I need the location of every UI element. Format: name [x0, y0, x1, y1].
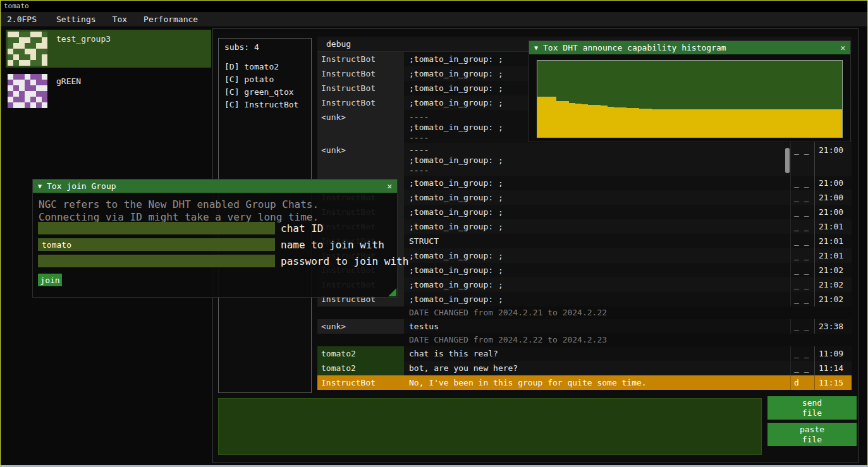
delivery-marks: d [790, 375, 814, 390]
histogram-bar [690, 109, 696, 137]
histogram-bar [792, 109, 798, 137]
chat-scrollbar[interactable] [785, 148, 790, 173]
group-item-gREEN[interactable]: gREEN [6, 72, 211, 110]
message-time: 21:01 [814, 219, 852, 234]
join-window-titlebar[interactable]: ▼ Tox join Group ✕ [33, 179, 397, 193]
message-text: STRUCT [404, 234, 790, 248]
subs-member[interactable]: [C] InstructBot [224, 99, 311, 111]
histogram-bar [569, 103, 575, 137]
message-time: 11:15 [814, 375, 852, 390]
histogram-bar [563, 101, 569, 137]
histogram-window-title: Tox DHT announce capability histogram [543, 43, 840, 52]
send-file-button[interactable]: send file [767, 396, 857, 420]
histogram-bar [658, 109, 664, 137]
delivery-marks: _ _ [790, 205, 814, 219]
subs-member[interactable]: [D] tomato2 [224, 61, 311, 73]
histogram-bar [836, 109, 842, 137]
menu-item-performance[interactable]: Performance [135, 15, 206, 24]
sender-name: InstructBot [317, 81, 404, 95]
subs-member[interactable]: [C] green_qtox [224, 86, 311, 99]
delivery-marks: _ _ [790, 292, 814, 306]
chat-id-input[interactable] [38, 222, 275, 234]
chat-row: tomato2bot, are you new here?_ _11:14 [317, 361, 852, 375]
delivery-marks: _ _ [790, 361, 814, 375]
message-time: 21:00 [814, 143, 852, 176]
group-item-test_group3[interactable]: test_group3 [6, 30, 211, 68]
message-time: 21:02 [814, 277, 852, 292]
window-titlebar[interactable]: tomato [1, 1, 867, 12]
app-window: tomato 2.0FPS SettingsToxPerformance tes… [0, 0, 868, 467]
date-changed-row: DATE CHANGED from 2024.2.21 to 2024.2.22 [317, 306, 852, 319]
group-name: test_group3 [56, 34, 111, 44]
menu-item-settings[interactable]: Settings [48, 15, 104, 24]
histogram-bar [779, 109, 785, 137]
subs-list: [D] tomato2[C] potato[C] green_qtox[C] I… [224, 61, 311, 111]
histogram-bar [594, 105, 601, 137]
collapse-icon[interactable]: ▼ [38, 183, 42, 190]
histogram-bar [608, 107, 614, 137]
message-text: ;tomato_in_group: ; [404, 277, 790, 292]
histogram-bar [614, 107, 620, 137]
join-password-input[interactable] [38, 255, 275, 267]
chat-row: <unk>----;tomato_in_group: ;----_ _21:00 [317, 143, 852, 176]
message-input[interactable] [218, 398, 762, 455]
message-time: 21:01 [814, 234, 852, 248]
message-text: chat is this real? [404, 346, 790, 361]
collapse-icon[interactable]: ▼ [534, 44, 538, 51]
message-text: ;tomato_in_group: ; [404, 292, 790, 306]
delivery-marks: _ _ [790, 234, 814, 248]
delivery-marks: _ _ [790, 248, 814, 263]
histogram-bar [721, 109, 728, 137]
histogram-bar [773, 109, 779, 137]
histogram-bar [550, 97, 556, 137]
sender-name: InstructBot [317, 95, 404, 110]
date-changed-text: DATE CHANGED from 2024.2.22 to 2024.2.23 [317, 334, 607, 346]
histogram-bar [810, 109, 817, 137]
histogram-bar [601, 106, 607, 137]
histogram-bar [556, 101, 563, 137]
delivery-marks: _ _ [790, 176, 814, 190]
group-sidebar: test_group3gREEN [2, 30, 212, 114]
join-field-row: name to join with [38, 238, 384, 251]
fps-counter: 2.0FPS [1, 15, 43, 24]
delivery-marks: _ _ [790, 219, 814, 234]
histogram-bar [664, 109, 671, 137]
menu: SettingsToxPerformance [48, 15, 206, 24]
histogram-bar [671, 109, 677, 137]
histogram-bar [715, 109, 721, 137]
close-icon[interactable]: ✕ [387, 181, 392, 191]
sender-name: <unk> [317, 319, 404, 334]
histogram-bar [639, 109, 645, 137]
message-time: 11:14 [814, 361, 852, 375]
sender-name: InstructBot [317, 52, 404, 66]
sender-name: InstructBot [317, 66, 404, 81]
message-text: ----;tomato_in_group: ;---- [404, 143, 790, 176]
histogram-bar [747, 109, 754, 137]
menu-item-tox[interactable]: Tox [104, 15, 135, 24]
paste-file-button[interactable]: paste file [767, 423, 857, 446]
join-button[interactable]: join [38, 274, 62, 286]
join-name-input[interactable] [38, 238, 275, 251]
subs-member[interactable]: [C] potato [224, 73, 311, 86]
message-time: 21:00 [814, 176, 852, 190]
histogram-bar [702, 109, 709, 137]
histogram-bar [696, 109, 702, 137]
histogram-window-titlebar[interactable]: ▼ Tox DHT announce capability histogram … [529, 41, 850, 54]
histogram-bar [677, 109, 683, 137]
close-icon[interactable]: ✕ [840, 43, 845, 52]
menubar: 2.0FPS SettingsToxPerformance [1, 12, 867, 27]
message-time: 21:02 [814, 292, 852, 306]
delivery-marks: _ _ [790, 263, 814, 277]
message-text: ;tomato_in_group: ; [404, 263, 790, 277]
histogram-bar [652, 109, 658, 137]
histogram-bar [829, 109, 836, 137]
join-password-label: password to join with [281, 255, 408, 267]
histogram-bar [544, 97, 550, 137]
histogram-bar [633, 108, 639, 137]
delivery-marks: _ _ [790, 190, 814, 205]
histogram-bar [728, 109, 734, 137]
histogram-bar [537, 97, 544, 137]
chat-debug-label: debug [326, 39, 351, 49]
group-avatar [8, 74, 47, 108]
resize-grip-icon[interactable] [388, 288, 396, 296]
